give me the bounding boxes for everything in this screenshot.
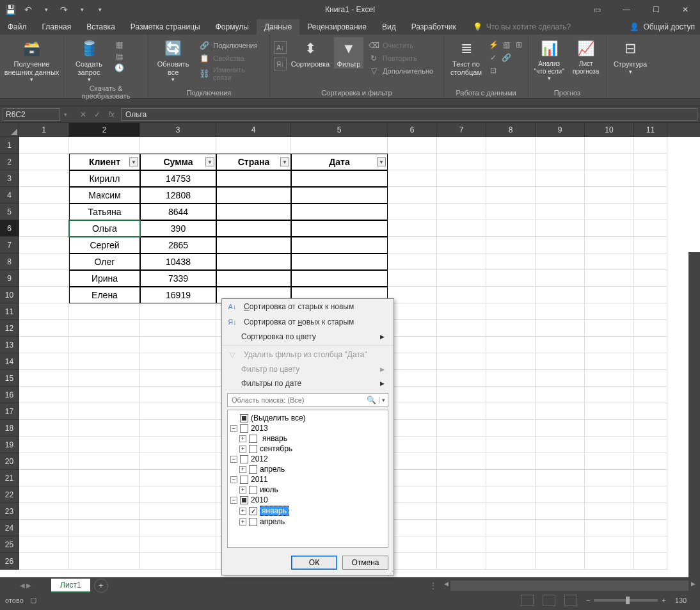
cell[interactable] <box>585 154 634 170</box>
qat-drop-icon[interactable]: ▾ <box>38 2 54 17</box>
tab-pagelayout[interactable]: Разметка страницы <box>123 19 208 35</box>
cell[interactable] <box>437 320 486 337</box>
sort-desc-icon[interactable]: Я↓ <box>274 58 287 70</box>
horizontal-scrollbar[interactable]: ◀ ▶ <box>441 581 697 591</box>
save-icon[interactable]: 💾 <box>3 2 18 17</box>
cell[interactable] <box>291 170 388 187</box>
cell[interactable] <box>140 303 216 320</box>
consolidate-icon[interactable]: ⊞ <box>514 40 524 50</box>
cell[interactable] <box>634 287 667 303</box>
cell[interactable] <box>140 403 216 420</box>
cell[interactable] <box>140 353 216 370</box>
cell[interactable] <box>69 370 140 387</box>
cell[interactable] <box>634 470 667 486</box>
row-header[interactable]: 9 <box>0 270 19 287</box>
ok-button[interactable]: ОК <box>291 556 337 570</box>
cell[interactable] <box>437 187 486 204</box>
cell[interactable] <box>486 320 536 337</box>
cell[interactable] <box>19 420 69 437</box>
cell[interactable]: Ирина <box>69 270 140 287</box>
cell[interactable] <box>69 553 140 570</box>
cell[interactable] <box>19 253 69 270</box>
qat-drop2-icon[interactable]: ▾ <box>74 2 90 17</box>
cell[interactable] <box>437 520 486 536</box>
cell[interactable] <box>585 320 634 337</box>
cell[interactable] <box>69 520 140 536</box>
cell[interactable] <box>585 486 634 503</box>
cell[interactable] <box>486 520 536 536</box>
cell[interactable] <box>585 403 634 420</box>
filter-search-box[interactable]: 🔍 ▾ <box>227 393 388 407</box>
expand-icon[interactable]: + <box>239 466 246 473</box>
cell[interactable] <box>486 154 536 170</box>
cell[interactable] <box>69 303 140 320</box>
cell[interactable] <box>69 470 140 486</box>
enter-formula-icon[interactable]: ✓ <box>90 108 104 121</box>
collapse-icon[interactable]: − <box>230 497 237 504</box>
cell[interactable] <box>634 553 667 570</box>
cell[interactable] <box>69 420 140 437</box>
cell[interactable] <box>388 287 437 303</box>
cell[interactable] <box>585 370 634 387</box>
col-header[interactable]: 8 <box>486 123 536 137</box>
col-header[interactable]: 5 <box>291 123 388 137</box>
cell[interactable] <box>585 287 634 303</box>
cell[interactable] <box>437 337 486 353</box>
cell[interactable] <box>585 337 634 353</box>
cell[interactable] <box>634 403 667 420</box>
date-filters[interactable]: Фильтры по дате▶ <box>222 376 394 390</box>
cell[interactable] <box>19 170 69 187</box>
cell[interactable] <box>536 437 585 453</box>
tab-view[interactable]: Вид <box>374 19 404 35</box>
cell[interactable] <box>69 320 140 337</box>
remove-dup-icon[interactable]: ▧ <box>501 40 511 50</box>
cell[interactable] <box>585 437 634 453</box>
cell[interactable] <box>19 536 69 553</box>
cell[interactable] <box>19 486 69 503</box>
cell[interactable] <box>291 137 388 154</box>
cell[interactable] <box>536 453 585 470</box>
cell[interactable] <box>140 337 216 353</box>
cell[interactable] <box>486 553 536 570</box>
cell[interactable] <box>437 237 486 253</box>
cell[interactable] <box>388 154 437 170</box>
cell[interactable] <box>486 253 536 270</box>
row-header[interactable]: 7 <box>0 237 19 253</box>
expand-icon[interactable]: + <box>239 518 246 526</box>
cell[interactable] <box>216 220 291 237</box>
cell[interactable] <box>388 536 437 553</box>
cell[interactable] <box>69 337 140 353</box>
cell[interactable] <box>19 187 69 204</box>
get-external-data-button[interactable]: 🗃️ Получение внешних данных▾ <box>4 37 60 83</box>
cell[interactable] <box>388 170 437 187</box>
cell[interactable] <box>634 420 667 437</box>
expand-icon[interactable]: + <box>239 508 246 515</box>
cell[interactable] <box>585 470 634 486</box>
cell[interactable] <box>140 370 216 387</box>
cell[interactable] <box>291 270 388 287</box>
row-header[interactable]: 16 <box>0 387 19 403</box>
cell[interactable] <box>140 453 216 470</box>
cell[interactable] <box>634 453 667 470</box>
cell[interactable] <box>536 270 585 287</box>
cell[interactable] <box>19 137 69 154</box>
row-header[interactable]: 2 <box>0 154 19 170</box>
pagelayout-view-icon[interactable] <box>543 595 555 606</box>
row-header[interactable]: 25 <box>0 536 19 553</box>
row-header[interactable]: 11 <box>0 303 19 320</box>
qat-customize-icon[interactable]: ▾ <box>92 2 107 17</box>
flash-fill-icon[interactable]: ⚡ <box>488 40 498 50</box>
row-header[interactable]: 3 <box>0 170 19 187</box>
col-header[interactable]: 11 <box>634 123 667 137</box>
cell[interactable] <box>486 337 536 353</box>
undo-icon[interactable]: ↶ <box>20 2 36 17</box>
tree-select-all[interactable]: (Выделить все) <box>230 413 385 423</box>
row-header[interactable]: 14 <box>0 353 19 370</box>
row-header[interactable]: 10 <box>0 287 19 303</box>
text-to-columns-button[interactable]: ≣ Текст по столбцам <box>448 37 484 76</box>
show-queries-icon[interactable]: ▦ <box>114 40 124 50</box>
cell[interactable] <box>437 287 486 303</box>
cell[interactable] <box>486 287 536 303</box>
cell[interactable]: 14753 <box>140 170 216 187</box>
checkbox-icon[interactable] <box>240 455 248 463</box>
